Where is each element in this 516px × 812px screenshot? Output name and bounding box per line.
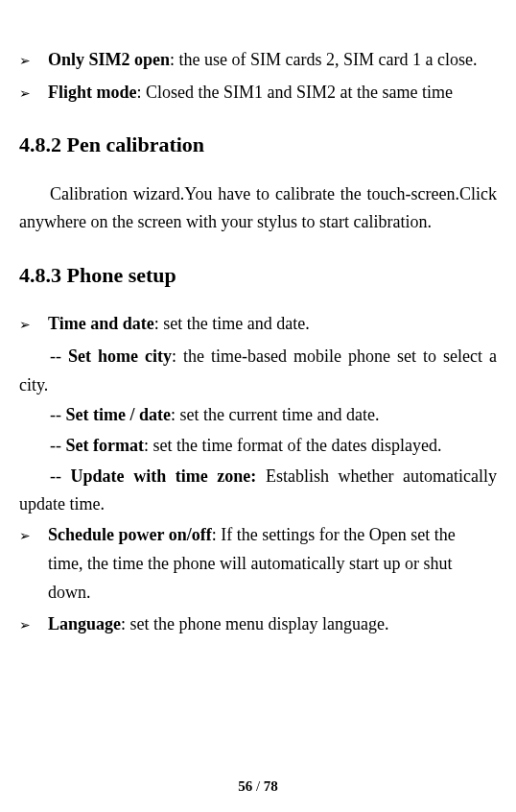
sub-prefix: -- (50, 466, 71, 486)
bullet-marker: ➢ (19, 310, 48, 339)
bullet-bold-text: Only SIM2 open (48, 50, 170, 69)
sub-bold: Update with time zone: (71, 466, 266, 486)
bullet-marker: ➢ (19, 610, 48, 639)
page-content: ➢ Only SIM2 open: the use of SIM cards 2… (19, 46, 497, 639)
sub-prefix: -- (50, 436, 66, 455)
bullet-body: Time and date: set the time and date. (48, 310, 497, 339)
bullet-body: Only SIM2 open: the use of SIM cards 2, … (48, 46, 497, 75)
sub-prefix: -- (50, 405, 66, 424)
bullet-time-and-date: ➢ Time and date: set the time and date. (19, 310, 497, 339)
sub-prefix: -- (50, 346, 68, 366)
sub-rest: : set the time format of the dates displ… (144, 436, 441, 455)
bullet-marker: ➢ (19, 521, 48, 607)
page-number-current: 56 (238, 778, 252, 794)
bullet-rest-text: : the use of SIM cards 2, SIM card 1 a c… (170, 50, 477, 69)
sub-update-time-zone: -- Update with time zone: Establish whet… (19, 463, 497, 519)
heading-pen-calibration: 4.8.2 Pen calibration (19, 128, 497, 162)
bullet-bold-text: Language (48, 614, 121, 633)
bullet-marker: ➢ (19, 46, 48, 75)
bullet-schedule-power: ➢ Schedule power on/off: If the settings… (19, 521, 497, 607)
bullet-bold-text: Flight mode (48, 83, 137, 102)
bullet-body: Language: set the phone menu display lan… (48, 610, 497, 639)
sub-bold: Set format (66, 436, 144, 455)
bullet-flight-mode: ➢ Flight mode: Closed the SIM1 and SIM2 … (19, 79, 497, 107)
bullet-marker: ➢ (19, 79, 48, 107)
pen-calibration-paragraph: Calibration wizard.You have to calibrate… (19, 180, 497, 237)
bullet-body: Schedule power on/off: If the settings f… (48, 521, 497, 607)
sub-bold: Set time / date (66, 405, 171, 424)
bullet-language: ➢ Language: set the phone menu display l… (19, 610, 497, 639)
sub-set-format: -- Set format: set the time format of th… (19, 432, 497, 461)
sub-rest: : set the current time and date. (171, 405, 379, 424)
bullet-rest-text: : set the time and date. (154, 314, 310, 333)
bullet-bold-text: Schedule power on/off (48, 525, 212, 544)
page-number-separator: / (252, 778, 264, 794)
sub-set-time-date: -- Set time / date: set the current time… (19, 401, 497, 430)
page-footer: 56 / 78 (0, 778, 516, 795)
bullet-bold-text: Time and date (48, 314, 154, 333)
bullet-body: Flight mode: Closed the SIM1 and SIM2 at… (48, 79, 497, 107)
bullet-rest-text: : set the phone menu display language. (121, 614, 388, 633)
page-number-total: 78 (264, 778, 278, 794)
sub-bold: Set home city (68, 346, 172, 366)
bullet-only-sim2: ➢ Only SIM2 open: the use of SIM cards 2… (19, 46, 497, 75)
heading-phone-setup: 4.8.3 Phone setup (19, 258, 497, 293)
sub-set-home-city: -- Set home city: the time-based mobile … (19, 343, 497, 399)
bullet-rest-text: : Closed the SIM1 and SIM2 at the same t… (137, 83, 453, 102)
